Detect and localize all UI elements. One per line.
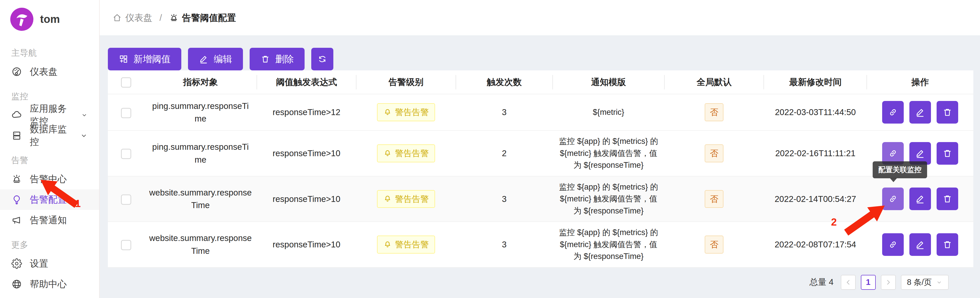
sidebar-item-label: 仪表盘	[30, 65, 57, 78]
cell-metric: ping.summary.responseTime	[144, 131, 257, 176]
col-header-updated: 最新修改时间	[764, 70, 867, 94]
table-row: website.summary.responseTime responseTim…	[108, 222, 973, 268]
breadcrumb: 仪表盘 / 告警阈值配置	[100, 0, 980, 36]
trash-icon	[942, 194, 953, 204]
bulb-icon	[11, 194, 22, 205]
chevron-left-icon	[845, 279, 852, 286]
sidebar-item-dashboard[interactable]: 仪表盘	[0, 61, 99, 82]
sidebar-item-label: 告警中心	[30, 173, 67, 185]
sidebar-item-alert-config[interactable]: 告警配置	[0, 189, 99, 210]
refresh-button[interactable]	[311, 48, 333, 70]
warn-level-badge: 警告告警	[377, 103, 435, 121]
sidebar-item-help-center[interactable]: 帮助中心	[0, 274, 99, 295]
tooltip-link-monitor: 配置关联监控	[873, 161, 927, 178]
cell-template: 监控 ${app} 的 ${metrics} 的 ${metric} 触发阈值告…	[553, 131, 664, 176]
megaphone-icon	[11, 215, 22, 226]
new-threshold-button[interactable]: 新增阈值	[108, 48, 181, 70]
select-all-checkbox[interactable]	[121, 77, 131, 88]
cell-times: 3	[456, 94, 553, 131]
cell-metric: website.summary.responseTime	[144, 176, 257, 222]
trash-icon	[942, 148, 953, 158]
cell-expr: responseTime>10	[257, 176, 356, 222]
link-monitor-button[interactable]	[882, 233, 904, 256]
link-monitor-button-hovered[interactable]	[882, 188, 904, 210]
col-header-template: 通知模版	[553, 70, 664, 94]
content: 新增阈值 编辑 删除	[100, 36, 980, 298]
global-default-badge: 否	[705, 236, 724, 253]
total-count: 总量 4	[810, 276, 834, 288]
table-row: ping.summary.responseTime responseTime>1…	[108, 94, 973, 131]
cell-times: 2	[456, 131, 553, 176]
current-page-button[interactable]: 1	[861, 275, 876, 290]
global-default-badge: 否	[705, 144, 724, 163]
cell-metric: website.summary.responseTime	[144, 222, 257, 268]
global-default-badge: 否	[705, 103, 724, 121]
user-name: tom	[40, 13, 60, 25]
cell-metric: ping.summary.responseTime	[144, 94, 257, 131]
sidebar-section-alert: 告警	[0, 146, 99, 169]
delete-row-button[interactable]	[937, 142, 958, 165]
cell-times: 3	[456, 176, 553, 222]
user-profile[interactable]: tom	[0, 0, 99, 38]
sidebar-item-alert-notice[interactable]: 告警通知	[0, 210, 99, 230]
prev-page-button[interactable]	[841, 275, 856, 290]
breadcrumb-divider: /	[157, 13, 165, 23]
cloud-icon	[11, 110, 22, 121]
delete-button[interactable]: 删除	[250, 48, 305, 70]
trash-icon	[261, 54, 270, 64]
row-checkbox[interactable]	[121, 194, 131, 205]
sidebar-item-settings[interactable]: 设置	[0, 253, 99, 274]
sidebar-item-app-service-monitor[interactable]: 应用服务监控	[0, 105, 99, 125]
cell-template: ${metric}	[553, 94, 664, 131]
trash-icon	[942, 107, 953, 117]
alarm-siren-icon	[11, 174, 22, 185]
sidebar-section-more: 更多	[0, 230, 99, 253]
col-header-expr: 阈值触发表达式	[257, 70, 356, 94]
warn-level-badge: 警告告警	[377, 190, 435, 208]
gear-icon	[11, 258, 22, 269]
cell-updated: 2022-02-16T11:11:21	[764, 131, 867, 176]
cell-updated: 2022-02-08T07:17:54	[764, 222, 867, 268]
bell-icon	[383, 194, 392, 203]
page-size-select[interactable]: 8 条/页	[901, 275, 949, 290]
delete-row-button[interactable]	[937, 233, 958, 256]
row-checkbox[interactable]	[121, 240, 131, 250]
breadcrumb-home[interactable]: 仪表盘	[113, 12, 152, 24]
cell-template: 监控 ${app} 的 ${metrics} 的 ${metric} 触发阈值告…	[553, 222, 664, 268]
table-row: ping.summary.responseTime responseTime>1…	[108, 131, 973, 176]
sidebar-item-label: 设置	[30, 257, 48, 270]
link-icon	[888, 148, 898, 158]
bell-icon	[383, 240, 392, 249]
sidebar-item-label: 数据库监控	[30, 123, 72, 148]
next-page-button[interactable]	[881, 275, 896, 290]
delete-row-button[interactable]	[937, 188, 958, 210]
row-checkbox[interactable]	[121, 149, 131, 159]
row-checkbox[interactable]	[121, 108, 131, 118]
edit-row-button[interactable]	[909, 188, 931, 210]
threshold-table: 指标对象 阈值触发表达式 告警级别 触发次数 通知模版 全局默认 最新修改时间 …	[108, 70, 973, 268]
warn-level-badge: 警告告警	[377, 236, 435, 253]
globe-icon	[11, 279, 22, 290]
chevron-right-icon	[885, 279, 892, 286]
sidebar-section-main: 主导航	[0, 38, 99, 61]
edit-button[interactable]: 编辑	[188, 48, 243, 70]
edit-pencil-icon	[915, 148, 925, 158]
cell-expr: responseTime>10	[257, 131, 356, 176]
link-monitor-button[interactable]	[882, 101, 904, 124]
edit-row-button[interactable]	[909, 101, 931, 124]
bell-icon	[383, 108, 392, 116]
sidebar-item-database-monitor[interactable]: 数据库监控	[0, 125, 99, 146]
threshold-table-card: 指标对象 阈值触发表达式 告警级别 触发次数 通知模版 全局默认 最新修改时间 …	[108, 70, 973, 268]
col-header-level: 告警级别	[356, 70, 456, 94]
col-header-times: 触发次数	[456, 70, 553, 94]
sidebar-item-alert-center[interactable]: 告警中心	[0, 169, 99, 189]
alarm-siren-icon	[169, 13, 178, 22]
sidebar-section-monitor: 监控	[0, 82, 99, 105]
edit-pencil-icon	[915, 107, 925, 117]
delete-row-button[interactable]	[937, 101, 958, 124]
col-header-default: 全局默认	[664, 70, 764, 94]
cell-updated: 2022-02-14T00:54:27	[764, 176, 867, 222]
edit-row-button[interactable]	[909, 233, 931, 256]
hertzbeat-logo-icon	[10, 8, 33, 31]
warn-level-badge: 警告告警	[377, 144, 435, 163]
